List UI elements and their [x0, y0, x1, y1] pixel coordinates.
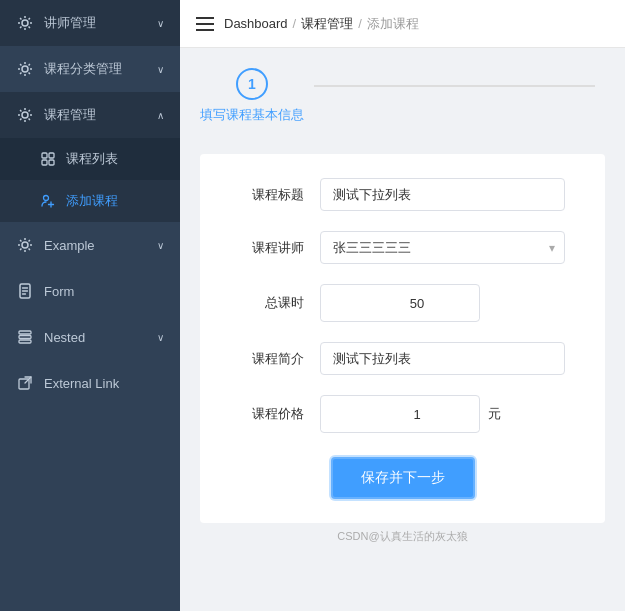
- watermark: CSDN@认真生活的灰太狼: [200, 523, 605, 550]
- save-next-button[interactable]: 保存并下一步: [331, 457, 475, 499]
- arrow-example: ∨: [157, 240, 164, 251]
- sidebar-item-add-course[interactable]: 添加课程: [0, 180, 180, 222]
- gear-icon-category: [16, 60, 34, 78]
- sidebar-label-lecturer: 讲师管理: [44, 14, 157, 32]
- label-price: 课程价格: [240, 405, 320, 423]
- step-1-label: 填写课程基本信息: [200, 106, 304, 124]
- input-price[interactable]: [321, 399, 480, 430]
- gear-icon-example: [16, 236, 34, 254]
- sidebar-item-external[interactable]: External Link: [0, 360, 180, 406]
- form-row-hours: 总课时 ▲ ▼: [240, 284, 565, 322]
- sidebar-label-course: 课程管理: [44, 106, 157, 124]
- sidebar-label-form: Form: [44, 284, 164, 299]
- label-teacher: 课程讲师: [240, 239, 320, 257]
- gear-icon-course: [16, 106, 34, 124]
- topbar: Dashboard / 课程管理 / 添加课程: [180, 0, 625, 48]
- sidebar-item-lecturer[interactable]: 讲师管理 ∨: [0, 0, 180, 46]
- breadcrumb-add-course: 添加课程: [367, 15, 419, 33]
- input-hours[interactable]: [321, 288, 480, 319]
- svg-rect-11: [19, 336, 31, 339]
- breadcrumb-course-mgmt[interactable]: 课程管理: [301, 15, 353, 33]
- sidebar-item-category[interactable]: 课程分类管理 ∨: [0, 46, 180, 92]
- sidebar-label-external: External Link: [44, 376, 164, 391]
- svg-rect-12: [19, 340, 31, 343]
- sidebar-item-course-list[interactable]: 课程列表: [0, 138, 180, 180]
- course-list-label: 课程列表: [66, 150, 118, 168]
- list-icon: [16, 328, 34, 346]
- doc-icon: [16, 282, 34, 300]
- hamburger-line-2: [196, 23, 214, 25]
- price-unit-label: 元: [488, 405, 501, 423]
- svg-rect-3: [42, 153, 47, 158]
- svg-point-2: [22, 112, 28, 118]
- hamburger-line-3: [196, 29, 214, 31]
- svg-rect-5: [42, 160, 47, 165]
- person-add-icon: [40, 193, 56, 209]
- sidebar: 讲师管理 ∨ 课程分类管理 ∨ 课程管理 ∧: [0, 0, 180, 611]
- label-hours: 总课时: [240, 294, 320, 312]
- arrow-category: ∨: [157, 64, 164, 75]
- step-1-number: 1: [248, 76, 256, 92]
- svg-point-0: [22, 20, 28, 26]
- grid-icon: [40, 151, 56, 167]
- label-title: 课程标题: [240, 186, 320, 204]
- breadcrumb-sep-2: /: [358, 16, 362, 31]
- hamburger-button[interactable]: [196, 17, 214, 31]
- main-content: Dashboard / 课程管理 / 添加课程 1 填写课程基本信息 课程标题: [180, 0, 625, 611]
- label-intro: 课程简介: [240, 350, 320, 368]
- breadcrumb: Dashboard / 课程管理 / 添加课程: [224, 15, 419, 33]
- svg-rect-4: [49, 153, 54, 158]
- add-course-label: 添加课程: [66, 192, 118, 210]
- form-row-price: 课程价格 ▲ ▼ 元: [240, 395, 565, 433]
- step-1-container: 1 填写课程基本信息: [200, 68, 304, 124]
- arrow-lecturer: ∨: [157, 18, 164, 29]
- breadcrumb-sep-1: /: [293, 16, 297, 31]
- external-icon: [16, 374, 34, 392]
- sidebar-label-nested: Nested: [44, 330, 157, 345]
- sidebar-label-example: Example: [44, 238, 157, 253]
- form-row-teacher: 课程讲师 张三三三三三 ▾: [240, 231, 565, 264]
- number-input-hours-wrapper: ▲ ▼: [320, 284, 480, 322]
- step-1-circle: 1: [236, 68, 268, 100]
- sidebar-item-nested[interactable]: Nested ∨: [0, 314, 180, 360]
- input-title[interactable]: [320, 178, 565, 211]
- select-teacher[interactable]: 张三三三三三: [320, 231, 565, 264]
- svg-point-1: [22, 66, 28, 72]
- input-intro[interactable]: [320, 342, 565, 375]
- form-row-title: 课程标题: [240, 178, 565, 211]
- gear-icon-lecturer: [16, 14, 34, 32]
- breadcrumb-dashboard[interactable]: Dashboard: [224, 16, 288, 31]
- svg-rect-6: [49, 160, 54, 165]
- sidebar-label-category: 课程分类管理: [44, 60, 157, 78]
- arrow-course: ∧: [157, 110, 164, 121]
- svg-point-8: [22, 242, 28, 248]
- sidebar-item-form[interactable]: Form: [0, 268, 180, 314]
- number-input-price-wrapper: ▲ ▼: [320, 395, 480, 433]
- form-section: 课程标题 课程讲师 张三三三三三 ▾ 总课时 ▲: [200, 154, 605, 523]
- step-line: [314, 85, 595, 87]
- save-button-row: 保存并下一步: [240, 457, 565, 499]
- select-wrapper-teacher: 张三三三三三 ▾: [320, 231, 565, 264]
- hamburger-line-1: [196, 17, 214, 19]
- sidebar-item-example[interactable]: Example ∨: [0, 222, 180, 268]
- steps-indicator: 1 填写课程基本信息: [200, 68, 605, 124]
- content-area: 1 填写课程基本信息 课程标题 课程讲师 张三三三三三 ▾: [180, 48, 625, 611]
- arrow-nested: ∨: [157, 332, 164, 343]
- form-row-intro: 课程简介: [240, 342, 565, 375]
- svg-rect-10: [19, 331, 31, 334]
- course-submenu: 课程列表 添加课程: [0, 138, 180, 222]
- svg-point-7: [44, 196, 49, 201]
- sidebar-item-course[interactable]: 课程管理 ∧: [0, 92, 180, 138]
